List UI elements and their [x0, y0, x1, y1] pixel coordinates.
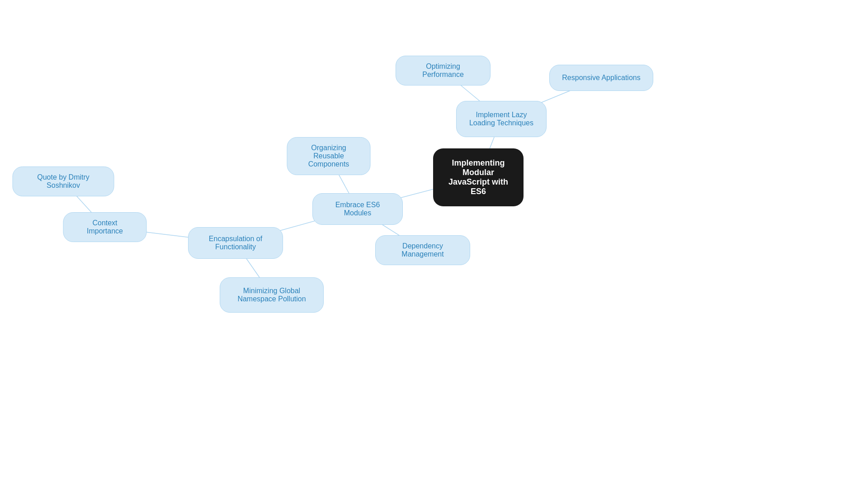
node-center[interactable]: Implementing Modular JavaScript with ES6 [433, 148, 524, 206]
node-encapsulation[interactable]: Encapsulation of Functionality [188, 227, 283, 259]
node-quoteDmitry[interactable]: Quote by Dmitry Soshnikov [13, 167, 114, 196]
mind-map: Implementing Modular JavaScript with ES6… [0, 0, 868, 490]
node-lazyLoading[interactable]: Implement Lazy Loading Techniques [456, 101, 547, 137]
node-minimizingPollution[interactable]: Minimizing Global Namespace Pollution [220, 277, 324, 313]
node-contextImportance[interactable]: Context Importance [63, 212, 147, 242]
node-dependencyMgmt[interactable]: Dependency Management [375, 235, 470, 265]
node-optimizingPerf[interactable]: Optimizing Performance [396, 56, 491, 86]
node-responsiveApps[interactable]: Responsive Applications [549, 65, 653, 91]
node-organizingReusable[interactable]: Organizing Reusable Components [287, 137, 371, 175]
node-embraceES6[interactable]: Embrace ES6 Modules [312, 193, 403, 225]
